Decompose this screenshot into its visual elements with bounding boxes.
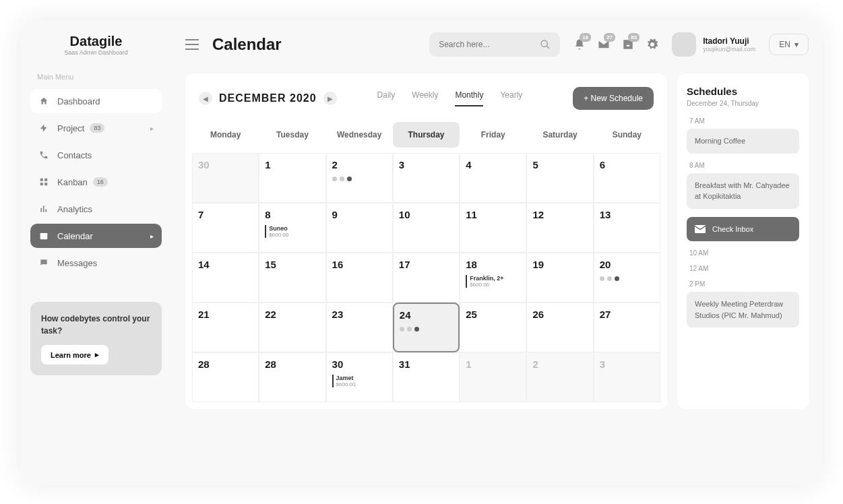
- calendar-panel: ◀ DECEMBER 2020 ▶ Daily Weekly Monthly Y…: [185, 73, 667, 409]
- calendar-cell[interactable]: 16: [326, 253, 393, 303]
- calendar-cell-selected[interactable]: 24: [393, 303, 460, 352]
- view-tab-daily[interactable]: Daily: [377, 90, 396, 106]
- time-label: 2 PM: [687, 280, 799, 288]
- new-schedule-button[interactable]: + New Schedule: [573, 87, 654, 110]
- calendar-cell[interactable]: 17: [393, 253, 460, 303]
- calendar-cell[interactable]: 30: [192, 153, 259, 203]
- calendar-cell[interactable]: 7: [192, 203, 259, 253]
- calendar-cell[interactable]: 1: [460, 352, 526, 402]
- calendar-cell[interactable]: 2: [326, 153, 393, 203]
- calendar-cell[interactable]: 23: [326, 303, 393, 352]
- calendar-cell[interactable]: 5: [526, 153, 593, 203]
- mail-icon: [695, 225, 706, 233]
- sidebar: Datagile Saas Admin Dashboard Main Menu …: [20, 20, 172, 485]
- menu-icon[interactable]: [185, 39, 199, 50]
- weekday-header[interactable]: Friday: [460, 122, 526, 148]
- search-box[interactable]: [429, 32, 560, 57]
- sidebar-item-label: Messages: [57, 258, 97, 268]
- svg-rect-11: [185, 49, 199, 50]
- sidebar-item-messages[interactable]: Messages: [30, 251, 162, 275]
- sidebar-item-project[interactable]: Project 83 ▸: [30, 116, 162, 140]
- time-label: 7 AM: [687, 117, 799, 125]
- calendar-cell[interactable]: 11: [460, 203, 526, 253]
- inbox-icon[interactable]: 83: [622, 38, 634, 51]
- calendar-cell[interactable]: 25: [460, 303, 526, 352]
- language-selector[interactable]: EN ▾: [769, 34, 809, 55]
- calendar-cell[interactable]: 12: [526, 203, 593, 253]
- search-input[interactable]: [439, 40, 540, 49]
- mail-icon[interactable]: 27: [598, 38, 610, 51]
- svg-rect-2: [40, 183, 43, 185]
- svg-rect-6: [45, 210, 46, 212]
- calendar-cell[interactable]: 18 Franklin, 2+ $600.00: [460, 253, 526, 303]
- calendar-cell[interactable]: 10: [393, 203, 460, 253]
- view-tab-yearly[interactable]: Yearly: [500, 90, 522, 106]
- next-month-button[interactable]: ▶: [323, 92, 337, 105]
- view-tab-weekly[interactable]: Weekly: [412, 90, 438, 106]
- weekday-header[interactable]: Wednesday: [326, 122, 393, 148]
- check-inbox-button[interactable]: Check Inbox: [687, 217, 799, 242]
- calendar-cell[interactable]: 19: [526, 253, 593, 303]
- calendar-cell[interactable]: 26: [526, 303, 593, 352]
- sidebar-section-label: Main Menu: [30, 73, 162, 81]
- sidebar-item-kanban[interactable]: Kanban 16: [30, 170, 162, 194]
- calendar-event[interactable]: Franklin, 2+ $600.00: [466, 275, 520, 288]
- weekday-header[interactable]: Thursday: [393, 122, 460, 148]
- avatar: [672, 32, 696, 57]
- sidebar-item-analytics[interactable]: Analytics: [30, 197, 162, 221]
- calendar-cell[interactable]: 15: [259, 253, 325, 303]
- sidebar-item-label: Analytics: [57, 204, 92, 214]
- home-icon: [38, 96, 49, 106]
- calendar-cell[interactable]: 30 Jamet $600.00: [326, 352, 393, 402]
- calendar-cell[interactable]: 28: [192, 352, 259, 402]
- weekday-header[interactable]: Monday: [192, 122, 259, 148]
- view-tab-monthly[interactable]: Monthly: [455, 90, 483, 106]
- user-profile[interactable]: Itadori Yuuji yuujikun@mail.com: [672, 32, 755, 57]
- calendar-cell[interactable]: 3: [594, 352, 660, 402]
- bolt-icon: [38, 123, 49, 133]
- calendar-cell[interactable]: 27: [594, 303, 660, 352]
- topbar: Calendar 16 27 83: [185, 32, 809, 57]
- month-label: DECEMBER 2020: [219, 92, 317, 104]
- calendar-cell[interactable]: 8 Suneo $600.00: [259, 203, 325, 253]
- calendar-cell[interactable]: 6: [594, 153, 660, 203]
- calendar-cell[interactable]: 20: [594, 253, 660, 303]
- calendar-cell[interactable]: 22: [259, 303, 325, 352]
- gear-icon[interactable]: [646, 38, 658, 51]
- calendar-cell[interactable]: 1: [259, 153, 325, 203]
- schedule-panel: Schedules December 24, Thursday 7 AM Mor…: [677, 73, 809, 409]
- prev-month-button[interactable]: ◀: [199, 92, 212, 105]
- learn-more-button[interactable]: Learn more ▸: [41, 345, 108, 365]
- calendar-cell[interactable]: 2: [526, 352, 593, 402]
- calendar-cell[interactable]: 31: [393, 352, 460, 402]
- svg-rect-9: [185, 39, 199, 40]
- calendar-cell[interactable]: 21: [192, 303, 259, 352]
- calendar-cell[interactable]: 13: [594, 203, 660, 253]
- calendar-cell[interactable]: 14: [192, 253, 259, 303]
- calendar-cell[interactable]: 4: [460, 153, 526, 203]
- sidebar-item-contacts[interactable]: Contacts: [30, 143, 162, 167]
- weekday-header[interactable]: Saturday: [526, 122, 593, 148]
- svg-line-13: [547, 46, 549, 49]
- calendar-grid: 30 1 2 3 4 5 6 7 8 Suneo $600.00 9: [192, 153, 660, 402]
- calendar-cell[interactable]: 3: [393, 153, 460, 203]
- sidebar-item-dashboard[interactable]: Dashboard: [30, 89, 162, 113]
- schedule-item[interactable]: Breakfast with Mr. Cahyadee at Kopikitak…: [687, 173, 799, 209]
- sidebar-item-label: Contacts: [57, 150, 92, 160]
- svg-rect-8: [40, 233, 48, 235]
- calendar-cell[interactable]: 28: [259, 352, 325, 402]
- sidebar-item-calendar[interactable]: Calendar ▸: [30, 224, 162, 248]
- schedule-item[interactable]: Weekly Meeting Peterdraw Studios (PIC Mr…: [687, 292, 799, 327]
- weekday-header[interactable]: Sunday: [594, 122, 660, 148]
- svg-rect-5: [43, 206, 44, 212]
- svg-rect-10: [185, 44, 199, 45]
- brand-title: Datagile: [30, 34, 162, 49]
- svg-point-12: [541, 40, 547, 46]
- calendar-cell[interactable]: 9: [326, 203, 393, 253]
- svg-rect-4: [40, 208, 42, 212]
- schedule-item[interactable]: Morning Coffee: [687, 129, 799, 154]
- calendar-event[interactable]: Suneo $600.00: [265, 225, 319, 238]
- weekday-header[interactable]: Tuesday: [259, 122, 325, 148]
- bell-icon[interactable]: 16: [573, 38, 586, 51]
- calendar-event[interactable]: Jamet $600.00: [332, 375, 387, 387]
